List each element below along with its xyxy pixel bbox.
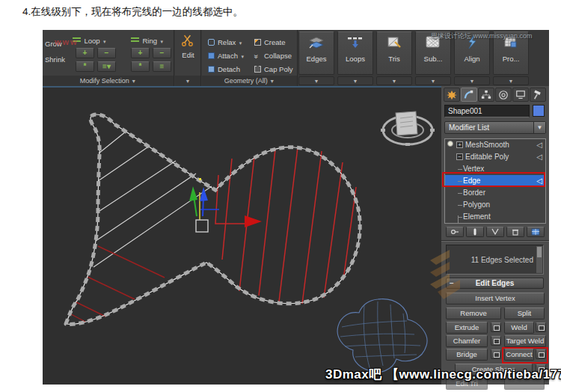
- 3dsmax-window: www 思缘设计论坛 www.missyuan.com Grow Shrink …: [43, 30, 549, 385]
- annotation-box-connect: [502, 347, 548, 364]
- object-name-field[interactable]: [444, 105, 530, 117]
- gizmo-x-arrow[interactable]: [245, 215, 262, 227]
- tris-icon: [385, 34, 403, 51]
- attach-button[interactable]: Attach ▾: [208, 48, 244, 61]
- collapse-tree-icon[interactable]: −: [456, 153, 463, 160]
- edges-icon: [307, 34, 325, 51]
- pin-stack-button[interactable]: [446, 227, 464, 237]
- properties-panel-footer[interactable]: ▼: [493, 76, 529, 85]
- edges-panel-footer[interactable]: ▼: [298, 76, 334, 85]
- edit-button[interactable]: Edit: [175, 51, 201, 59]
- move-gizmo[interactable]: [189, 178, 219, 232]
- caption-text: 4.在线级别下，现在将布完线的一边的线都选中。: [22, 5, 243, 19]
- trash-icon: [511, 228, 520, 236]
- stack-item-editable-poly[interactable]: −Editable Poly ◁: [445, 151, 545, 163]
- geometry-footer[interactable]: Geometry (All) ▼: [202, 76, 297, 86]
- ring-grow-button[interactable]: +: [131, 45, 150, 58]
- tab-modify[interactable]: [461, 88, 477, 102]
- chamfer-button[interactable]: Chamfer: [446, 335, 488, 347]
- ring-shrink-button[interactable]: −: [153, 45, 171, 58]
- bridge-settings-button[interactable]: [491, 349, 501, 359]
- make-unique-button[interactable]: [486, 227, 504, 237]
- shrink-button[interactable]: Shrink: [45, 55, 65, 64]
- watermark-logo: [427, 245, 466, 308]
- subdivision-panel-footer[interactable]: ▼: [415, 76, 451, 85]
- tab-display[interactable]: [512, 88, 529, 102]
- watermark-forum-text: 思缘设计论坛 www.missyuan.com: [431, 32, 545, 40]
- split-button[interactable]: Split: [504, 307, 545, 319]
- chevron-down-icon[interactable]: ▾: [103, 39, 106, 44]
- ribbon-section-geometry: Relax ▾ Attach ▾ Detach Create »Collapse…: [202, 30, 298, 86]
- loops-icon: [346, 34, 364, 51]
- create-button[interactable]: Create: [254, 34, 286, 48]
- cap-poly-button[interactable]: Cap Poly: [254, 61, 293, 75]
- detach-button[interactable]: Detach: [208, 61, 240, 75]
- dot-loop-button[interactable]: *: [76, 58, 94, 72]
- tris-panel-button[interactable]: Tris: [376, 31, 412, 75]
- pin-arrow-icon: ◁: [536, 151, 542, 163]
- command-panel: Modifier List ▼ +MeshSmooth ◁ −Editable …: [441, 86, 549, 385]
- chevron-down-icon[interactable]: ▾: [160, 39, 163, 44]
- stack-item-meshsmooth[interactable]: +MeshSmooth ◁: [445, 139, 545, 151]
- tab-hierarchy[interactable]: [478, 88, 494, 102]
- loop-grow-button[interactable]: +: [76, 45, 94, 58]
- loops-panel-footer[interactable]: ▼: [337, 76, 373, 85]
- scrollbar[interactable]: [536, 246, 542, 273]
- target-weld-button[interactable]: Target Weld: [504, 335, 546, 347]
- collapse-button[interactable]: »Collapse: [254, 48, 292, 61]
- display-tab-icon: [515, 90, 526, 100]
- weld-button[interactable]: Weld: [504, 322, 534, 334]
- expand-icon[interactable]: +: [456, 141, 463, 148]
- pin-arrow-icon: ◁: [536, 139, 542, 151]
- ring-fill-button[interactable]: ≡: [153, 58, 171, 72]
- tab-utilities[interactable]: [530, 88, 546, 102]
- edit-footer[interactable]: ▼: [175, 76, 200, 86]
- show-end-result-button[interactable]: [466, 227, 484, 237]
- modifier-list-dropdown[interactable]: Modifier List ▼: [444, 121, 546, 134]
- utilities-tab-icon: [533, 90, 543, 100]
- loop-shrink-button[interactable]: −: [97, 45, 116, 58]
- ribbon-section-edit: Edit ▼: [175, 30, 201, 86]
- object-color-swatch[interactable]: [533, 105, 545, 117]
- wireframe-blob[interactable]: [337, 299, 427, 373]
- bridge-button[interactable]: Bridge: [446, 349, 488, 361]
- watermark-red-text: www: [55, 37, 79, 46]
- lightbulb-icon[interactable]: [447, 141, 453, 147]
- configure-sets-icon: [531, 228, 540, 236]
- tab-motion[interactable]: [495, 88, 512, 102]
- extrude-settings-button[interactable]: [491, 322, 501, 332]
- extrude-button[interactable]: Extrude: [446, 322, 488, 334]
- modify-selection-footer[interactable]: Modify Selection ▼: [43, 76, 174, 86]
- tris-panel-footer[interactable]: ▼: [376, 76, 412, 85]
- tree-tick: [458, 193, 462, 194]
- scrollbar-thumb[interactable]: [537, 247, 542, 257]
- ring-icon: [131, 37, 139, 43]
- panel-tabs: [444, 88, 546, 102]
- align-panel-footer[interactable]: ▼: [454, 76, 490, 85]
- remove-modifier-button[interactable]: [506, 227, 524, 237]
- viewport[interactable]: [43, 86, 441, 385]
- watermark-bottom-text: 3Dmax吧 【www.linecg.com/tieba/1771】: [325, 366, 561, 383]
- dot-loop-options-button[interactable]: ≡▾: [97, 58, 116, 72]
- ribbon-toolbar: www 思缘设计论坛 www.missyuan.com Grow Shrink …: [43, 30, 549, 86]
- make-unique-icon: [491, 228, 500, 236]
- chamfer-settings-button[interactable]: [491, 336, 501, 346]
- tab-create[interactable]: [444, 88, 460, 102]
- configure-modifier-sets-button[interactable]: [527, 227, 545, 237]
- divider: [441, 241, 549, 242]
- ring-mode-button[interactable]: *: [131, 58, 150, 72]
- loop-dropdown[interactable]: Loop: [84, 37, 99, 45]
- weld-settings-button[interactable]: [536, 322, 546, 332]
- remove-button[interactable]: Remove: [446, 307, 501, 319]
- create-tab-icon: [447, 90, 457, 100]
- torus-object[interactable]: [381, 111, 435, 146]
- loops-panel-button[interactable]: Loops: [337, 31, 373, 75]
- chevron-down-icon[interactable]: ▼: [533, 122, 545, 133]
- ring-dropdown[interactable]: Ring: [142, 37, 157, 45]
- edges-panel-button[interactable]: Edges: [298, 31, 334, 75]
- pin-icon: [450, 228, 459, 236]
- shape-outline: [66, 114, 360, 324]
- modifier-list-label: Modifier List: [449, 123, 489, 132]
- viewport-canvas: [43, 88, 441, 385]
- relax-button[interactable]: Relax ▾: [208, 34, 242, 48]
